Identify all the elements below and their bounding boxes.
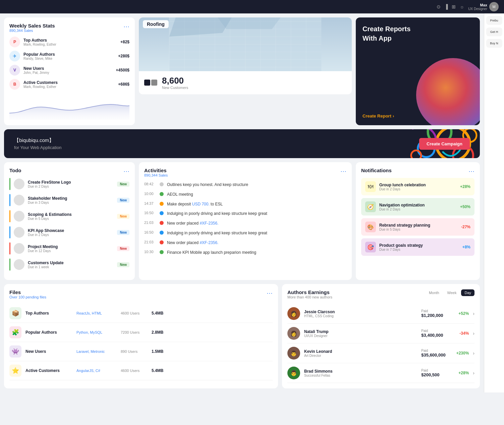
activities-title: Activities <box>144 168 346 173</box>
todo-due-3: Due in 5 Days <box>28 217 114 221</box>
activity-link-7[interactable]: #XF-2356. <box>200 240 218 245</box>
search-icon[interactable]: ⊙ <box>437 4 441 9</box>
notifications-menu[interactable]: ⋯ <box>468 168 474 175</box>
stat-item-new-users: V New Users John, Pat, Jimmy +4500$ <box>9 65 129 76</box>
todo-badge-3: New <box>117 214 129 219</box>
file-icon-4: ⭐ <box>9 365 21 377</box>
todo-due-5: Due in 12 Days <box>28 249 114 253</box>
activity-2: 10:00 AEOL meeting <box>144 192 346 197</box>
file-tags-2: Python, MySQL <box>76 330 117 334</box>
author-chevron-3[interactable]: › <box>473 350 474 356</box>
todo-avatar-1 <box>14 179 24 189</box>
activity-6: 16:50 Indulging in poorly driving and ke… <box>144 230 346 236</box>
avatar[interactable]: M <box>489 2 499 11</box>
todo-badge-6: New <box>117 262 129 267</box>
stat-item-active-customers: B Active Customers Mark, Rowling, Esther… <box>9 79 129 90</box>
todo-avatar-3 <box>14 211 24 222</box>
activity-1: 08:42 Outlines keep you honest. And keep… <box>144 182 346 188</box>
weekly-sales-menu[interactable]: ⋯ <box>123 23 129 30</box>
file-size-4: 5.4MB <box>152 368 163 373</box>
todo-avatar-2 <box>14 195 24 205</box>
files-card: ⋯ Files Over 100 pending files 📦 Top Aut… <box>4 284 278 388</box>
notif-val-4: +8% <box>462 245 470 249</box>
todo-name-3: Scoping & Estimations <box>28 212 114 217</box>
todo-due-6: Due in 1 week <box>28 265 114 269</box>
activity-3: 14:37 Make deposit USD 700. to ESL <box>144 201 346 207</box>
author-chevron-2[interactable]: › <box>473 331 474 336</box>
create-report-link[interactable]: Create Report › <box>362 113 473 119</box>
todo-name-4: KPI App Showcase <box>28 228 114 233</box>
file-icon-2: 🧩 <box>9 326 21 338</box>
todo-menu[interactable]: ⋯ <box>123 168 129 175</box>
roofing-card: Roofing <box>139 17 352 71</box>
files-menu[interactable]: ⋯ <box>267 289 273 297</box>
file-users-4: 4600 Users <box>121 369 148 373</box>
author-pct-1: +52% <box>452 311 469 316</box>
grid-icon[interactable]: ⊞ <box>452 4 456 9</box>
author-name-4: Brad Simmons <box>304 369 417 374</box>
activity-link-5[interactable]: #XF-2356. <box>200 221 218 226</box>
sidebar-preview-prebu[interactable]: Prebu <box>486 16 502 25</box>
tab-week[interactable]: Week <box>444 289 460 296</box>
todo-bar-1 <box>9 178 10 190</box>
activities-menu[interactable]: ⋯ <box>340 168 346 175</box>
user-info: Max UX Designer M <box>468 2 499 11</box>
file-name-2: Popular Authors <box>25 330 72 335</box>
notif-item-3: 🎨 Rebrand strategy planning Due in 5 Day… <box>361 218 474 236</box>
sales-chart <box>9 93 129 120</box>
topbar: ⊙ ▐ ⊞ ☼ Max UX Designer M <box>0 0 504 13</box>
author-amount-1: $1,200,000 <box>421 313 448 318</box>
todo-name-5: Project Meeting <box>28 244 114 249</box>
notif-due-4: Due in 7 Days <box>379 248 459 251</box>
popular-authors-icon: ✈ <box>9 51 20 61</box>
author-chevron-4[interactable]: › <box>473 370 474 376</box>
author-avatar-4: 👨 <box>287 367 300 379</box>
reports-card: Create Reports With App Create Report › <box>356 17 480 125</box>
author-chevron-1[interactable]: › <box>473 311 474 316</box>
popular-authors-name: Popular Authors <box>23 52 115 57</box>
user-name: Max <box>468 3 487 7</box>
activity-dot-4 <box>160 211 164 215</box>
todo-title: Todo <box>9 168 129 173</box>
file-users-2: 7200 Users <box>121 330 148 334</box>
sidebar-preview-buyn[interactable]: Buy N <box>486 39 502 48</box>
todo-due-1: Due in 2 Days <box>28 185 114 188</box>
activity-5: 21:03 New order placed #XF-2356. <box>144 221 346 226</box>
file-item-3: 👾 New Users Laravel, Metronic 890 Users … <box>9 342 273 361</box>
notifications-card: ⋯ Notifications 🍽 Group lunch celebratio… <box>356 162 480 280</box>
new-users-value: +4500$ <box>116 68 129 73</box>
top-authors-sub: Mark, Rowling, Esther <box>23 43 117 46</box>
file-name-1: Top Authors <box>25 311 72 316</box>
campaign-card: 【biqubiqu.com】 for Your Web Application … <box>4 129 480 158</box>
create-campaign-button[interactable]: Create Campaign <box>419 138 470 150</box>
main-layout: ⋯ Weekly Sales Stats 890,344 Sales P Top… <box>0 13 504 392</box>
todo-name-6: Customers Update <box>28 261 114 265</box>
todo-name-1: Create FireStone Logo <box>28 180 114 185</box>
todo-item-2: Stakeholder Meeting Due in 3 Days New <box>9 194 129 206</box>
brightness-icon[interactable]: ☼ <box>460 4 464 9</box>
author-avatar-1: 👩 <box>287 307 300 320</box>
tab-month[interactable]: Month <box>426 289 443 296</box>
todo-avatar-6 <box>14 259 24 270</box>
files-title: Files <box>9 289 273 295</box>
todo-item-3: Scoping & Estimations Due in 5 Days New <box>9 210 129 222</box>
sidebar-preview-geth[interactable]: Get H <box>486 28 502 36</box>
notif-val-3: -27% <box>461 225 470 229</box>
author-pct-4: +28% <box>452 371 469 375</box>
author-name-1: Jessie Clarcson <box>304 310 417 314</box>
activity-link-3[interactable]: USD 700. <box>192 202 210 206</box>
activity-dot-2 <box>160 192 164 196</box>
notif-icon-1: 🍽 <box>365 181 376 192</box>
todo-avatar-4 <box>14 227 24 238</box>
icon-box-dark <box>144 80 150 86</box>
menu-icon[interactable]: ▐ <box>445 4 448 9</box>
user-role: UX Designer <box>468 7 487 11</box>
notif-icon-4: 🎯 <box>365 242 376 252</box>
tab-day[interactable]: Day <box>461 289 474 296</box>
file-tags-4: AngularJS, C# <box>76 369 117 373</box>
author-amount-3: $35,600,000 <box>421 352 448 358</box>
author-pct-3: +230% <box>452 351 469 356</box>
todo-item-1: Create FireStone Logo Due in 2 Days New <box>9 178 129 190</box>
customers-label: New Customers <box>162 86 188 90</box>
activity-7: 21:03 New order placed #XF-2356. <box>144 240 346 246</box>
